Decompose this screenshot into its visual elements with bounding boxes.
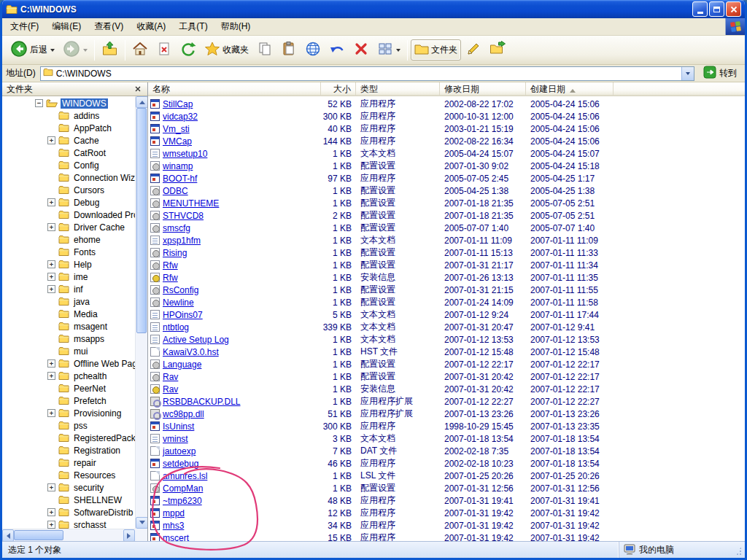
file-row[interactable]: Rfw1 KB安装信息2007-01-26 13:132007-01-11 11…: [148, 271, 745, 284]
file-row[interactable]: vidcap32300 KB应用程序2000-10-31 12:002005-0…: [148, 110, 745, 122]
home-button[interactable]: [128, 38, 152, 62]
scroll-track[interactable]: [14, 529, 123, 541]
forward-button[interactable]: [59, 37, 91, 63]
go-button[interactable]: 转到: [699, 66, 741, 81]
file-row[interactable]: ODBC1 KB配置设置2005-04-25 1:382005-04-25 1:…: [148, 184, 745, 197]
file-row[interactable]: amunres.lsl1 KBLSL 文件2007-01-25 20:26200…: [148, 470, 745, 482]
tree-expand-toggle[interactable]: +: [47, 372, 55, 380]
file-row[interactable]: MENUTHEME1 KB配置设置2007-01-18 21:352005-07…: [148, 197, 745, 209]
file-row[interactable]: setdebug46 KB应用程序2002-02-18 10:232007-01…: [148, 457, 745, 470]
tree-item[interactable]: +SoftwareDistrib: [47, 506, 135, 518]
file-row[interactable]: CompMan1 KB配置设置2007-01-31 12:562007-01-3…: [148, 482, 745, 494]
tree-item[interactable]: +Debug: [47, 196, 135, 209]
file-name-link[interactable]: vidcap32: [163, 112, 198, 122]
file-row[interactable]: ~tmp623048 KB应用程序2007-01-31 19:412007-01…: [148, 494, 745, 507]
tree-item[interactable]: CatRoot: [47, 147, 135, 159]
file-name-link[interactable]: STHVCD8: [163, 211, 204, 221]
menu-item[interactable]: 收藏(A): [130, 18, 172, 35]
tree-vertical-scrollbar[interactable]: [135, 96, 147, 529]
tree-expand-toggle[interactable]: +: [47, 285, 55, 293]
file-row[interactable]: Vm_sti40 KB应用程序2003-01-21 15:192005-04-2…: [148, 122, 745, 135]
title-bar[interactable]: C:\WINDOWS: [2, 0, 745, 18]
tree-item[interactable]: RegisteredPacks: [47, 432, 135, 444]
copy-button[interactable]: [253, 38, 276, 62]
file-row[interactable]: wmsetup101 KB文本文档2005-04-24 15:072005-04…: [148, 147, 745, 160]
file-name-link[interactable]: Rav: [163, 372, 178, 382]
file-name-link[interactable]: Active Setup Log: [163, 335, 229, 345]
tree-expand-toggle[interactable]: +: [47, 260, 55, 268]
file-row[interactable]: STHVCD82 KB配置设置2007-01-18 21:352005-07-0…: [148, 209, 745, 222]
file-name-link[interactable]: Rising: [163, 248, 187, 258]
tree-item[interactable]: +Provisioning: [47, 407, 135, 419]
back-button[interactable]: 后退: [7, 37, 58, 63]
tree-expand-toggle[interactable]: +: [47, 136, 55, 144]
tree-item[interactable]: ehome: [47, 233, 135, 246]
scroll-track[interactable]: [136, 108, 147, 517]
tree-expand-toggle[interactable]: +: [47, 483, 55, 491]
tree-item[interactable]: pss: [47, 419, 135, 432]
close-button[interactable]: [726, 1, 741, 17]
tree-item[interactable]: +Offline Web Pag: [47, 357, 135, 370]
tree-item[interactable]: java: [47, 295, 135, 308]
file-name-link[interactable]: Rfw: [163, 260, 178, 271]
menu-item[interactable]: 工具(T): [172, 18, 214, 35]
file-name-link[interactable]: smscfg: [163, 223, 190, 233]
tree-item[interactable]: +security: [47, 481, 135, 494]
file-name-link[interactable]: Newline: [163, 298, 194, 308]
column-header-created[interactable]: 创建日期: [526, 82, 614, 96]
file-row[interactable]: HPOins075 KB文本文档2007-01-12 9:242007-01-1…: [148, 308, 745, 321]
tree-expand-toggle[interactable]: +: [47, 359, 55, 368]
file-name-link[interactable]: IsUninst: [163, 421, 194, 432]
tree-item[interactable]: +inf: [47, 283, 135, 295]
file-name-link[interactable]: BOOT-hf: [163, 174, 197, 184]
file-name-link[interactable]: Language: [163, 359, 201, 370]
tree-horizontal-scrollbar[interactable]: [2, 529, 135, 541]
file-row[interactable]: smscfg1 KB配置设置2005-07-07 1:402005-07-07 …: [148, 222, 745, 234]
tree-item[interactable]: Fonts: [47, 246, 135, 258]
refresh-button[interactable]: [177, 38, 200, 62]
file-name-link[interactable]: VMCap: [163, 136, 192, 147]
file-name-link[interactable]: ntbtlog: [163, 322, 189, 332]
file-name-link[interactable]: setdebug: [163, 459, 198, 469]
file-row[interactable]: mppd12 KB应用程序2007-01-31 19:422007-01-31 …: [148, 507, 745, 519]
scroll-left-button[interactable]: [2, 529, 14, 541]
file-row[interactable]: RsConfig1 KB配置设置2007-01-31 21:152007-01-…: [148, 284, 745, 296]
tree-item[interactable]: Resources: [47, 469, 135, 481]
tree-item[interactable]: +ime: [47, 271, 135, 283]
address-dropdown-button[interactable]: [681, 67, 694, 80]
scroll-down-button[interactable]: [136, 517, 147, 529]
file-row[interactable]: VMCap144 KB应用程序2002-08-22 16:342005-04-2…: [148, 135, 745, 147]
file-name-link[interactable]: RSBDBACKUP.DLL: [163, 397, 241, 407]
tree-item[interactable]: +Help: [47, 258, 135, 271]
tree-item[interactable]: Downloaded Prog: [47, 209, 135, 221]
paste-button[interactable]: [277, 38, 301, 62]
column-header-size[interactable]: 大小: [321, 82, 356, 96]
tree-item[interactable]: Connection Wiza: [47, 171, 135, 184]
file-row[interactable]: IsUninst300 KB应用程序1998-10-29 15:452007-0…: [148, 420, 745, 432]
menu-item[interactable]: 编辑(E): [45, 18, 88, 35]
file-name-link[interactable]: vminst: [163, 434, 188, 444]
tree-item[interactable]: msapps: [47, 332, 135, 345]
move-to-button[interactable]: [486, 38, 510, 62]
tree-item[interactable]: Prefetch: [47, 394, 135, 407]
tree-item[interactable]: mui: [47, 345, 135, 357]
close-folders-pane-button[interactable]: [132, 84, 143, 94]
tree-item[interactable]: Registration: [47, 444, 135, 456]
tree-item-root[interactable]: −WINDOWS: [35, 97, 135, 109]
edit-button[interactable]: [462, 38, 485, 62]
tree-collapse-toggle[interactable]: −: [35, 99, 43, 107]
menu-item[interactable]: 查看(V): [88, 18, 130, 35]
delete-file-button[interactable]: [152, 38, 176, 62]
tree-item[interactable]: +pchealth: [47, 370, 135, 382]
maximize-button[interactable]: [709, 1, 724, 17]
delete-button[interactable]: [349, 38, 373, 62]
tree-item[interactable]: msagent: [47, 320, 135, 332]
file-row[interactable]: StillCap52 KB应用程序2002-08-22 17:022005-04…: [148, 98, 745, 110]
tree-expand-toggle[interactable]: +: [47, 223, 55, 231]
file-name-link[interactable]: jautoexp: [163, 446, 196, 456]
file-name-link[interactable]: Rav: [163, 384, 178, 394]
file-row[interactable]: ntbtlog339 KB文本文档2007-01-31 20:472007-01…: [148, 321, 745, 333]
file-name-link[interactable]: ~tmp6230: [163, 496, 202, 506]
file-row[interactable]: vminst3 KB文本文档2007-01-18 13:542007-01-18…: [148, 432, 745, 445]
file-name-link[interactable]: wc98pp.dll: [163, 409, 204, 419]
